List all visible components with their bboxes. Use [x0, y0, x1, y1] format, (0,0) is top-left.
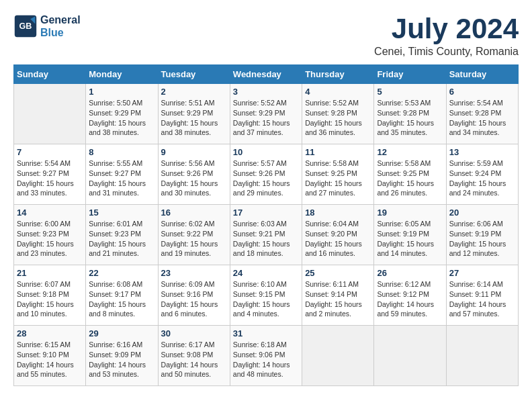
- calendar-cell: 9Sunrise: 5:56 AM Sunset: 9:26 PM Daylig…: [158, 144, 230, 205]
- day-number: 4: [305, 87, 371, 97]
- location-subtitle: Cenei, Timis County, Romania: [374, 46, 519, 58]
- calendar-cell: 15Sunrise: 6:01 AM Sunset: 9:23 PM Dayli…: [86, 205, 158, 265]
- day-info: Sunrise: 5:56 AM Sunset: 9:26 PM Dayligh…: [161, 158, 227, 198]
- calendar-cell: 2Sunrise: 5:51 AM Sunset: 9:29 PM Daylig…: [158, 84, 230, 144]
- day-number: 17: [233, 208, 299, 218]
- calendar-cell: 5Sunrise: 5:53 AM Sunset: 9:28 PM Daylig…: [374, 84, 446, 144]
- calendar-cell: 11Sunrise: 5:58 AM Sunset: 9:25 PM Dayli…: [302, 144, 374, 205]
- day-number: 25: [305, 268, 371, 278]
- day-number: 26: [377, 268, 443, 278]
- day-number: 28: [17, 328, 83, 338]
- logo-general-text: General: [40, 13, 81, 26]
- day-number: 31: [233, 328, 299, 338]
- day-number: 10: [233, 147, 299, 157]
- calendar-cell: 7Sunrise: 5:54 AM Sunset: 9:27 PM Daylig…: [14, 144, 86, 205]
- calendar-cell: 12Sunrise: 5:58 AM Sunset: 9:25 PM Dayli…: [374, 144, 446, 205]
- calendar-cell: 18Sunrise: 6:04 AM Sunset: 9:20 PM Dayli…: [302, 205, 374, 265]
- day-info: Sunrise: 5:59 AM Sunset: 9:24 PM Dayligh…: [449, 158, 515, 198]
- day-info: Sunrise: 6:06 AM Sunset: 9:19 PM Dayligh…: [449, 219, 515, 259]
- day-number: 23: [161, 268, 227, 278]
- calendar-cell: 4Sunrise: 5:52 AM Sunset: 9:28 PM Daylig…: [302, 84, 374, 144]
- calendar-cell: [14, 84, 86, 144]
- day-info: Sunrise: 5:52 AM Sunset: 9:28 PM Dayligh…: [305, 98, 371, 138]
- day-number: 22: [89, 268, 154, 278]
- calendar-cell: 26Sunrise: 6:12 AM Sunset: 9:12 PM Dayli…: [374, 265, 446, 326]
- day-number: 11: [305, 147, 371, 157]
- calendar-week-row: 28Sunrise: 6:15 AM Sunset: 9:10 PM Dayli…: [14, 326, 519, 386]
- calendar-cell: 23Sunrise: 6:09 AM Sunset: 9:16 PM Dayli…: [158, 265, 230, 326]
- calendar-cell: 28Sunrise: 6:15 AM Sunset: 9:10 PM Dayli…: [14, 326, 86, 386]
- day-info: Sunrise: 5:58 AM Sunset: 9:25 PM Dayligh…: [305, 158, 371, 198]
- day-number: 19: [377, 208, 443, 218]
- day-number: 12: [377, 147, 443, 157]
- calendar-cell: 27Sunrise: 6:14 AM Sunset: 9:11 PM Dayli…: [446, 265, 518, 326]
- calendar-cell: 1Sunrise: 5:50 AM Sunset: 9:29 PM Daylig…: [86, 84, 158, 144]
- title-section: July 2024 Cenei, Timis County, Romania: [374, 13, 519, 58]
- header-sunday: Sunday: [14, 65, 86, 84]
- header: GB General Blue July 2024 Cenei, Timis C…: [13, 13, 519, 58]
- calendar-week-row: 21Sunrise: 6:07 AM Sunset: 9:18 PM Dayli…: [14, 265, 519, 326]
- calendar-cell: 21Sunrise: 6:07 AM Sunset: 9:18 PM Dayli…: [14, 265, 86, 326]
- calendar-cell: 14Sunrise: 6:00 AM Sunset: 9:23 PM Dayli…: [14, 205, 86, 265]
- day-info: Sunrise: 5:52 AM Sunset: 9:29 PM Dayligh…: [233, 98, 299, 138]
- day-number: 5: [377, 87, 443, 97]
- day-number: 13: [449, 147, 515, 157]
- month-year-title: July 2024: [374, 13, 519, 44]
- day-info: Sunrise: 6:05 AM Sunset: 9:19 PM Dayligh…: [377, 219, 443, 259]
- day-info: Sunrise: 5:57 AM Sunset: 9:26 PM Dayligh…: [233, 158, 299, 198]
- logo-icon: GB: [13, 14, 38, 38]
- calendar-cell: 10Sunrise: 5:57 AM Sunset: 9:26 PM Dayli…: [230, 144, 302, 205]
- calendar-cell: 13Sunrise: 5:59 AM Sunset: 9:24 PM Dayli…: [446, 144, 518, 205]
- day-number: 30: [161, 328, 227, 338]
- day-info: Sunrise: 6:15 AM Sunset: 9:10 PM Dayligh…: [17, 340, 83, 379]
- calendar-cell: 19Sunrise: 6:05 AM Sunset: 9:19 PM Dayli…: [374, 205, 446, 265]
- calendar-cell: 29Sunrise: 6:16 AM Sunset: 9:09 PM Dayli…: [86, 326, 158, 386]
- calendar-table: SundayMondayTuesdayWednesdayThursdayFrid…: [13, 64, 519, 386]
- day-info: Sunrise: 6:01 AM Sunset: 9:23 PM Dayligh…: [89, 219, 154, 259]
- day-info: Sunrise: 5:58 AM Sunset: 9:25 PM Dayligh…: [377, 158, 443, 198]
- day-info: Sunrise: 6:16 AM Sunset: 9:09 PM Dayligh…: [89, 340, 154, 379]
- header-wednesday: Wednesday: [230, 65, 302, 84]
- calendar-week-row: 7Sunrise: 5:54 AM Sunset: 9:27 PM Daylig…: [14, 144, 519, 205]
- day-info: Sunrise: 5:55 AM Sunset: 9:27 PM Dayligh…: [89, 158, 154, 198]
- day-info: Sunrise: 5:51 AM Sunset: 9:29 PM Dayligh…: [161, 98, 227, 138]
- day-number: 3: [233, 87, 299, 97]
- calendar-cell: 6Sunrise: 5:54 AM Sunset: 9:28 PM Daylig…: [446, 84, 518, 144]
- day-number: 24: [233, 268, 299, 278]
- calendar-header-row: SundayMondayTuesdayWednesdayThursdayFrid…: [14, 65, 519, 84]
- day-number: 29: [89, 328, 154, 338]
- header-tuesday: Tuesday: [158, 65, 230, 84]
- day-number: 21: [17, 268, 83, 278]
- day-info: Sunrise: 6:00 AM Sunset: 9:23 PM Dayligh…: [17, 219, 83, 259]
- day-number: 9: [161, 147, 227, 157]
- day-number: 16: [161, 208, 227, 218]
- day-info: Sunrise: 6:14 AM Sunset: 9:11 PM Dayligh…: [449, 279, 515, 319]
- calendar-cell: 22Sunrise: 6:08 AM Sunset: 9:17 PM Dayli…: [86, 265, 158, 326]
- day-number: 18: [305, 208, 371, 218]
- day-number: 20: [449, 208, 515, 218]
- day-info: Sunrise: 6:18 AM Sunset: 9:06 PM Dayligh…: [233, 340, 299, 379]
- logo-blue-text: Blue: [40, 26, 81, 39]
- day-info: Sunrise: 6:11 AM Sunset: 9:14 PM Dayligh…: [305, 279, 371, 319]
- day-number: 14: [17, 208, 83, 218]
- day-info: Sunrise: 6:08 AM Sunset: 9:17 PM Dayligh…: [89, 279, 154, 319]
- calendar-cell: 25Sunrise: 6:11 AM Sunset: 9:14 PM Dayli…: [302, 265, 374, 326]
- day-number: 2: [161, 87, 227, 97]
- day-info: Sunrise: 6:04 AM Sunset: 9:20 PM Dayligh…: [305, 219, 371, 259]
- day-info: Sunrise: 6:10 AM Sunset: 9:15 PM Dayligh…: [233, 279, 299, 319]
- day-info: Sunrise: 6:07 AM Sunset: 9:18 PM Dayligh…: [17, 279, 83, 319]
- svg-text:GB: GB: [19, 21, 32, 31]
- day-number: 27: [449, 268, 515, 278]
- day-number: 1: [89, 87, 154, 97]
- calendar-cell: 24Sunrise: 6:10 AM Sunset: 9:15 PM Dayli…: [230, 265, 302, 326]
- calendar-cell: [302, 326, 374, 386]
- day-info: Sunrise: 6:02 AM Sunset: 9:22 PM Dayligh…: [161, 219, 227, 259]
- header-monday: Monday: [86, 65, 158, 84]
- header-thursday: Thursday: [302, 65, 374, 84]
- day-number: 6: [449, 87, 515, 97]
- calendar-week-row: 1Sunrise: 5:50 AM Sunset: 9:29 PM Daylig…: [14, 84, 519, 144]
- logo: GB General Blue: [13, 13, 81, 39]
- day-info: Sunrise: 5:54 AM Sunset: 9:28 PM Dayligh…: [449, 98, 515, 138]
- day-info: Sunrise: 6:09 AM Sunset: 9:16 PM Dayligh…: [161, 279, 227, 319]
- calendar-cell: 30Sunrise: 6:17 AM Sunset: 9:08 PM Dayli…: [158, 326, 230, 386]
